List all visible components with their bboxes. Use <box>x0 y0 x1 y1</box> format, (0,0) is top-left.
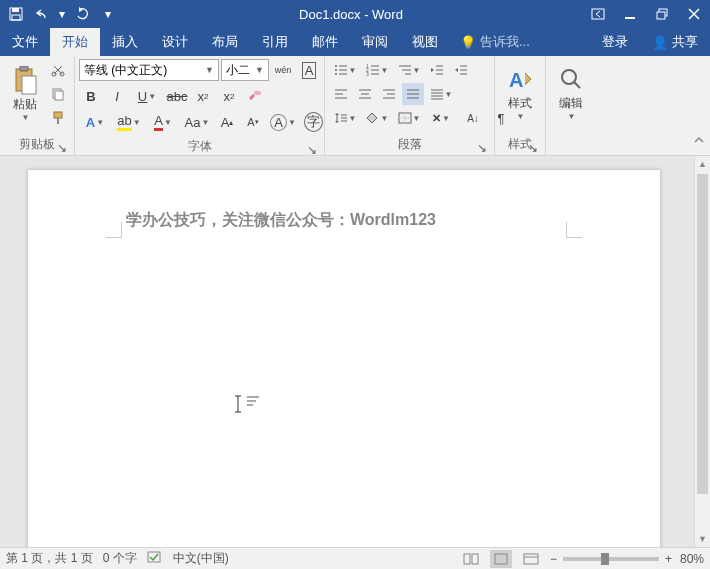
svg-rect-70 <box>148 552 160 562</box>
font-launcher-icon[interactable]: ↘ <box>306 143 318 155</box>
shading-button[interactable]: ▼ <box>362 107 392 129</box>
decrease-indent-button[interactable] <box>426 59 448 81</box>
vertical-scrollbar[interactable]: ▲ ▼ <box>694 156 710 547</box>
styles-button[interactable]: A 样式 ▼ <box>499 58 541 130</box>
tab-review[interactable]: 审阅 <box>350 28 400 56</box>
italic-button[interactable]: I <box>106 85 128 107</box>
character-border-button[interactable]: A <box>298 59 320 81</box>
tab-insert[interactable]: 插入 <box>100 28 150 56</box>
phonetic-guide-button[interactable]: wén <box>272 59 294 81</box>
styles-launcher-icon[interactable]: ↘ <box>527 141 539 153</box>
text-effects-button[interactable]: A▼ <box>80 111 110 133</box>
tab-layout[interactable]: 布局 <box>200 28 250 56</box>
editing-button[interactable]: 编辑 ▼ <box>550 58 592 130</box>
undo-dropdown-icon[interactable]: ▾ <box>56 2 68 26</box>
align-right-button[interactable] <box>378 83 400 105</box>
distribute-button[interactable]: ▼ <box>426 83 456 105</box>
svg-point-19 <box>335 69 337 71</box>
tab-mailings[interactable]: 邮件 <box>300 28 350 56</box>
align-left-button[interactable] <box>330 83 352 105</box>
cut-button[interactable] <box>47 59 69 81</box>
scroll-down-icon[interactable]: ▼ <box>695 531 710 547</box>
ribbon-display-icon[interactable] <box>582 0 614 28</box>
svg-rect-6 <box>657 12 665 19</box>
login-button[interactable]: 登录 <box>590 28 640 56</box>
zoom-slider: − + <box>550 552 672 566</box>
restore-icon[interactable] <box>646 0 678 28</box>
zoom-in-button[interactable]: + <box>665 552 672 566</box>
tab-view[interactable]: 视图 <box>400 28 450 56</box>
increase-indent-button[interactable] <box>450 59 472 81</box>
tab-file[interactable]: 文件 <box>0 28 50 56</box>
numbering-button[interactable]: 123▼ <box>362 59 392 81</box>
zoom-slider-track[interactable] <box>563 557 659 561</box>
grow-font-button[interactable]: A▴ <box>216 111 238 133</box>
paragraph-launcher-icon[interactable]: ↘ <box>476 141 488 153</box>
zoom-level[interactable]: 80% <box>680 552 704 566</box>
sort-button[interactable]: A↓ <box>458 107 488 129</box>
zoom-out-button[interactable]: − <box>550 552 557 566</box>
tell-me-search[interactable]: 💡 告诉我... <box>450 28 540 56</box>
underline-button[interactable]: U▼ <box>132 85 162 107</box>
strikethrough-button[interactable]: abc <box>166 85 188 107</box>
char-shading-button[interactable]: A▼ <box>268 111 298 133</box>
minimize-icon[interactable] <box>614 0 646 28</box>
line-spacing-button[interactable]: ▼ <box>330 107 360 129</box>
page-indicator[interactable]: 第 1 页，共 1 页 <box>6 550 93 567</box>
highlight-button[interactable]: ab▼ <box>114 111 144 133</box>
print-layout-icon[interactable] <box>490 550 512 568</box>
word-count[interactable]: 0 个字 <box>103 550 137 567</box>
clipboard-launcher-icon[interactable]: ↘ <box>56 141 68 153</box>
font-name-combo[interactable]: 等线 (中文正文) ▼ <box>79 59 219 81</box>
tab-design[interactable]: 设计 <box>150 28 200 56</box>
multilevel-list-button[interactable]: ▼ <box>394 59 424 81</box>
enclose-characters-button[interactable]: 字 <box>302 111 324 133</box>
font-size-combo[interactable]: 小二 ▼ <box>221 59 269 81</box>
save-icon[interactable] <box>4 2 28 26</box>
tab-references[interactable]: 引用 <box>250 28 300 56</box>
language-indicator[interactable]: 中文(中国) <box>173 550 229 567</box>
format-painter-button[interactable] <box>47 107 69 129</box>
chevron-down-icon: ▼ <box>568 112 576 121</box>
quick-access-toolbar: ▾ ▾ <box>0 2 120 26</box>
qat-customize-icon[interactable]: ▾ <box>96 2 120 26</box>
svg-rect-72 <box>472 554 478 564</box>
bold-button[interactable]: B <box>80 85 102 107</box>
share-button[interactable]: 👤 共享 <box>640 28 710 56</box>
page[interactable]: 学办公技巧，关注微信公众号：Wordlm123 <box>28 170 660 547</box>
margin-corner-tl <box>106 222 122 238</box>
svg-rect-71 <box>464 554 470 564</box>
svg-rect-73 <box>495 554 507 564</box>
copy-button[interactable] <box>47 83 69 105</box>
borders-button[interactable]: ▼ <box>394 107 424 129</box>
spellcheck-icon[interactable] <box>147 550 163 567</box>
undo-icon[interactable] <box>30 2 54 26</box>
chevron-down-icon: ▼ <box>22 113 30 122</box>
svg-rect-74 <box>524 554 538 564</box>
zoom-slider-thumb[interactable] <box>601 553 609 565</box>
read-mode-icon[interactable] <box>460 550 482 568</box>
svg-rect-12 <box>53 89 61 98</box>
justify-button[interactable] <box>402 83 424 105</box>
paste-button[interactable]: 粘贴 ▼ <box>4 58 46 130</box>
bullets-button[interactable]: ▼ <box>330 59 360 81</box>
web-layout-icon[interactable] <box>520 550 542 568</box>
clear-formatting-button[interactable] <box>244 85 266 107</box>
superscript-button[interactable]: x2 <box>218 85 240 107</box>
change-case-button[interactable]: Aa▼ <box>182 111 212 133</box>
margin-corner-tr <box>566 222 582 238</box>
window-title: Doc1.docx - Word <box>120 7 582 22</box>
align-center-button[interactable] <box>354 83 376 105</box>
redo-icon[interactable] <box>70 2 94 26</box>
scrollbar-thumb[interactable] <box>697 174 708 494</box>
asian-layout-button[interactable]: ✕▼ <box>426 107 456 129</box>
svg-rect-9 <box>22 76 36 94</box>
shrink-font-button[interactable]: A▾ <box>242 111 264 133</box>
tab-home[interactable]: 开始 <box>50 28 100 56</box>
header-text[interactable]: 学办公技巧，关注微信公众号：Wordlm123 <box>126 210 436 231</box>
subscript-button[interactable]: x2 <box>192 85 214 107</box>
scroll-up-icon[interactable]: ▲ <box>695 156 710 172</box>
close-icon[interactable] <box>678 0 710 28</box>
font-color-button[interactable]: A▼ <box>148 111 178 133</box>
collapse-ribbon-icon[interactable] <box>692 133 706 151</box>
